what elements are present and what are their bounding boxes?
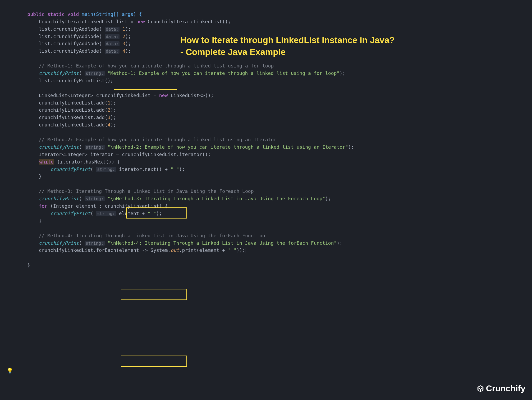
string-literal: "\nMethod-4: Iterating Through a Linked … bbox=[107, 240, 337, 246]
code-line: CrunchifyIterateLinkedList list = bbox=[16, 19, 136, 24]
logo-text: Crunchify bbox=[486, 382, 525, 395]
highlight-box-3 bbox=[121, 289, 187, 300]
comment: // Method-4: Iterating Through a Linked … bbox=[16, 233, 265, 238]
keyword-public: public bbox=[27, 11, 44, 17]
crunchify-logo-icon bbox=[476, 385, 484, 393]
keyword-void: void bbox=[67, 11, 79, 17]
overlay-title: How to Iterate through LinkedList Instan… bbox=[180, 34, 395, 58]
right-margin-guide bbox=[503, 0, 503, 400]
text-cursor bbox=[245, 248, 245, 253]
string-literal: "\nMethod-3: Iterating Through a Linked … bbox=[107, 196, 325, 201]
code-line: list.crunchifyPrintList(); bbox=[16, 78, 113, 83]
string-literal: "Method-1: Example of how you can iterat… bbox=[107, 70, 340, 76]
title-line-1: How to Iterate through LinkedList Instan… bbox=[180, 35, 395, 45]
string-literal: "\nMethod-2: Example of how you can iter… bbox=[107, 144, 348, 150]
fn-crunchifyprint: crunchifyPrint bbox=[39, 70, 79, 76]
closing-brace: } bbox=[16, 262, 30, 268]
comment: // Method-3: Iterating Through a Linked … bbox=[16, 188, 254, 194]
crunchify-logo: Crunchify bbox=[476, 382, 525, 395]
keyword-for: for bbox=[39, 203, 48, 209]
keyword-new: new bbox=[136, 19, 145, 24]
comment: // Method-2: Example of how you can iter… bbox=[16, 137, 277, 142]
param-hint: data: bbox=[105, 27, 120, 32]
comment: // Method-1: Example of how you can iter… bbox=[16, 63, 274, 69]
keyword-static: static bbox=[47, 11, 65, 17]
code-line: Iterator<Integer> iterator = crunchifyLi… bbox=[16, 152, 211, 157]
highlight-box-4 bbox=[121, 356, 187, 367]
field-out: out bbox=[171, 247, 179, 253]
method-main: main(String[] args) { bbox=[79, 11, 142, 17]
keyword-while: while bbox=[39, 159, 54, 165]
title-line-2: - Complete Java Example bbox=[180, 47, 286, 57]
lightbulb-icon[interactable]: 💡 bbox=[7, 367, 13, 375]
